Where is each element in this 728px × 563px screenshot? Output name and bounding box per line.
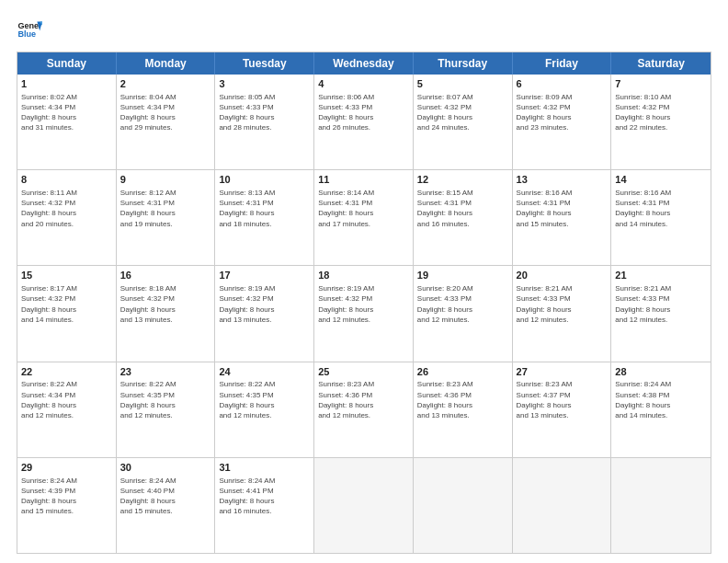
cal-cell: 10Sunrise: 8:13 AM Sunset: 4:31 PM Dayli… — [215, 170, 314, 265]
day-number: 13 — [517, 173, 608, 187]
day-number: 28 — [615, 365, 707, 379]
svg-text:Blue: Blue — [17, 29, 36, 39]
day-number: 11 — [318, 173, 409, 187]
cal-cell: 22Sunrise: 8:22 AM Sunset: 4:34 PM Dayli… — [17, 362, 117, 457]
calendar-week-4: 22Sunrise: 8:22 AM Sunset: 4:34 PM Dayli… — [17, 362, 711, 458]
day-number: 30 — [120, 461, 211, 475]
cal-cell: 19Sunrise: 8:20 AM Sunset: 4:33 PM Dayli… — [414, 266, 513, 361]
header-cell-sunday: Sunday — [17, 52, 117, 75]
cal-cell — [611, 458, 711, 553]
calendar-header-row: SundayMondayTuesdayWednesdayThursdayFrid… — [17, 52, 711, 75]
cal-cell: 31Sunrise: 8:24 AM Sunset: 4:41 PM Dayli… — [215, 458, 314, 553]
day-info: Sunrise: 8:21 AM Sunset: 4:33 PM Dayligh… — [517, 283, 608, 325]
day-number: 14 — [615, 173, 707, 187]
cal-cell: 28Sunrise: 8:24 AM Sunset: 4:38 PM Dayli… — [611, 362, 711, 457]
day-info: Sunrise: 8:05 AM Sunset: 4:33 PM Dayligh… — [219, 92, 310, 133]
cal-cell: 29Sunrise: 8:24 AM Sunset: 4:39 PM Dayli… — [17, 458, 117, 553]
day-info: Sunrise: 8:22 AM Sunset: 4:35 PM Dayligh… — [219, 379, 310, 420]
day-number: 2 — [120, 77, 211, 91]
cal-cell: 30Sunrise: 8:24 AM Sunset: 4:40 PM Dayli… — [117, 458, 216, 553]
day-number: 31 — [219, 461, 310, 475]
day-info: Sunrise: 8:11 AM Sunset: 4:32 PM Dayligh… — [21, 188, 112, 229]
day-info: Sunrise: 8:07 AM Sunset: 4:32 PM Dayligh… — [417, 92, 508, 133]
header-cell-thursday: Thursday — [414, 52, 513, 75]
day-number: 8 — [21, 173, 112, 187]
day-number: 25 — [318, 365, 409, 379]
day-number: 26 — [417, 365, 508, 379]
cal-cell: 4Sunrise: 8:06 AM Sunset: 4:33 PM Daylig… — [314, 75, 414, 169]
day-info: Sunrise: 8:16 AM Sunset: 4:31 PM Dayligh… — [615, 188, 707, 229]
cal-cell: 15Sunrise: 8:17 AM Sunset: 4:32 PM Dayli… — [17, 266, 117, 361]
day-number: 23 — [120, 365, 211, 379]
day-info: Sunrise: 8:12 AM Sunset: 4:31 PM Dayligh… — [120, 188, 211, 229]
day-info: Sunrise: 8:17 AM Sunset: 4:32 PM Dayligh… — [21, 283, 112, 325]
day-number: 18 — [318, 269, 409, 282]
header-cell-saturday: Saturday — [611, 52, 711, 75]
day-number: 22 — [21, 365, 112, 379]
cal-cell: 8Sunrise: 8:11 AM Sunset: 4:32 PM Daylig… — [17, 170, 117, 265]
day-number: 10 — [219, 173, 310, 187]
day-info: Sunrise: 8:16 AM Sunset: 4:31 PM Dayligh… — [517, 188, 608, 229]
day-info: Sunrise: 8:24 AM Sunset: 4:40 PM Dayligh… — [120, 476, 211, 517]
day-info: Sunrise: 8:14 AM Sunset: 4:31 PM Dayligh… — [318, 188, 409, 229]
cal-cell: 13Sunrise: 8:16 AM Sunset: 4:31 PM Dayli… — [513, 170, 612, 265]
day-number: 19 — [417, 269, 508, 282]
day-number: 5 — [417, 77, 508, 91]
cal-cell: 27Sunrise: 8:23 AM Sunset: 4:37 PM Dayli… — [513, 362, 612, 457]
header: General Blue — [17, 17, 711, 42]
general-blue-logo-icon: General Blue — [17, 17, 42, 42]
cal-cell: 17Sunrise: 8:19 AM Sunset: 4:32 PM Dayli… — [215, 266, 314, 361]
day-info: Sunrise: 8:23 AM Sunset: 4:37 PM Dayligh… — [517, 379, 608, 420]
cal-cell: 9Sunrise: 8:12 AM Sunset: 4:31 PM Daylig… — [117, 170, 216, 265]
day-info: Sunrise: 8:23 AM Sunset: 4:36 PM Dayligh… — [318, 379, 409, 420]
day-info: Sunrise: 8:15 AM Sunset: 4:31 PM Dayligh… — [417, 188, 508, 229]
day-info: Sunrise: 8:23 AM Sunset: 4:36 PM Dayligh… — [417, 379, 508, 420]
day-info: Sunrise: 8:19 AM Sunset: 4:32 PM Dayligh… — [219, 283, 310, 325]
calendar-week-2: 8Sunrise: 8:11 AM Sunset: 4:32 PM Daylig… — [17, 170, 711, 266]
day-info: Sunrise: 8:09 AM Sunset: 4:32 PM Dayligh… — [517, 92, 608, 133]
day-info: Sunrise: 8:20 AM Sunset: 4:33 PM Dayligh… — [417, 283, 508, 325]
cal-cell: 14Sunrise: 8:16 AM Sunset: 4:31 PM Dayli… — [611, 170, 711, 265]
day-number: 1 — [21, 77, 112, 91]
calendar-week-3: 15Sunrise: 8:17 AM Sunset: 4:32 PM Dayli… — [17, 266, 711, 362]
calendar-week-5: 29Sunrise: 8:24 AM Sunset: 4:39 PM Dayli… — [17, 458, 711, 553]
cal-cell: 2Sunrise: 8:04 AM Sunset: 4:34 PM Daylig… — [117, 75, 216, 169]
cal-cell: 3Sunrise: 8:05 AM Sunset: 4:33 PM Daylig… — [215, 75, 314, 169]
calendar: SundayMondayTuesdayWednesdayThursdayFrid… — [17, 52, 711, 554]
day-info: Sunrise: 8:19 AM Sunset: 4:32 PM Dayligh… — [318, 283, 409, 325]
day-number: 27 — [517, 365, 608, 379]
day-info: Sunrise: 8:22 AM Sunset: 4:34 PM Dayligh… — [21, 379, 112, 420]
cal-cell: 5Sunrise: 8:07 AM Sunset: 4:32 PM Daylig… — [414, 75, 513, 169]
cal-cell: 23Sunrise: 8:22 AM Sunset: 4:35 PM Dayli… — [117, 362, 216, 457]
page: General Blue SundayMondayTuesdayWednesda… — [0, 0, 728, 563]
calendar-week-1: 1Sunrise: 8:02 AM Sunset: 4:34 PM Daylig… — [17, 75, 711, 170]
day-info: Sunrise: 8:24 AM Sunset: 4:39 PM Dayligh… — [21, 476, 112, 517]
day-number: 20 — [517, 269, 608, 282]
day-number: 6 — [517, 77, 608, 91]
header-cell-friday: Friday — [513, 52, 612, 75]
day-number: 17 — [219, 269, 310, 282]
cal-cell: 24Sunrise: 8:22 AM Sunset: 4:35 PM Dayli… — [215, 362, 314, 457]
cal-cell: 26Sunrise: 8:23 AM Sunset: 4:36 PM Dayli… — [414, 362, 513, 457]
day-number: 4 — [318, 77, 409, 91]
cal-cell — [513, 458, 612, 553]
day-info: Sunrise: 8:06 AM Sunset: 4:33 PM Dayligh… — [318, 92, 409, 133]
header-cell-tuesday: Tuesday — [215, 52, 314, 75]
day-info: Sunrise: 8:21 AM Sunset: 4:33 PM Dayligh… — [615, 283, 707, 325]
cal-cell: 20Sunrise: 8:21 AM Sunset: 4:33 PM Dayli… — [513, 266, 612, 361]
cal-cell: 7Sunrise: 8:10 AM Sunset: 4:32 PM Daylig… — [611, 75, 711, 169]
day-number: 21 — [615, 269, 707, 282]
day-number: 15 — [21, 269, 112, 282]
day-info: Sunrise: 8:10 AM Sunset: 4:32 PM Dayligh… — [615, 92, 707, 133]
day-info: Sunrise: 8:24 AM Sunset: 4:38 PM Dayligh… — [615, 379, 707, 420]
cal-cell: 11Sunrise: 8:14 AM Sunset: 4:31 PM Dayli… — [314, 170, 414, 265]
day-info: Sunrise: 8:18 AM Sunset: 4:32 PM Dayligh… — [120, 283, 211, 325]
day-number: 3 — [219, 77, 310, 91]
cal-cell: 16Sunrise: 8:18 AM Sunset: 4:32 PM Dayli… — [117, 266, 216, 361]
day-info: Sunrise: 8:13 AM Sunset: 4:31 PM Dayligh… — [219, 188, 310, 229]
cal-cell: 25Sunrise: 8:23 AM Sunset: 4:36 PM Dayli… — [314, 362, 414, 457]
cal-cell: 18Sunrise: 8:19 AM Sunset: 4:32 PM Dayli… — [314, 266, 414, 361]
cal-cell — [414, 458, 513, 553]
day-info: Sunrise: 8:22 AM Sunset: 4:35 PM Dayligh… — [120, 379, 211, 420]
cal-cell — [314, 458, 414, 553]
